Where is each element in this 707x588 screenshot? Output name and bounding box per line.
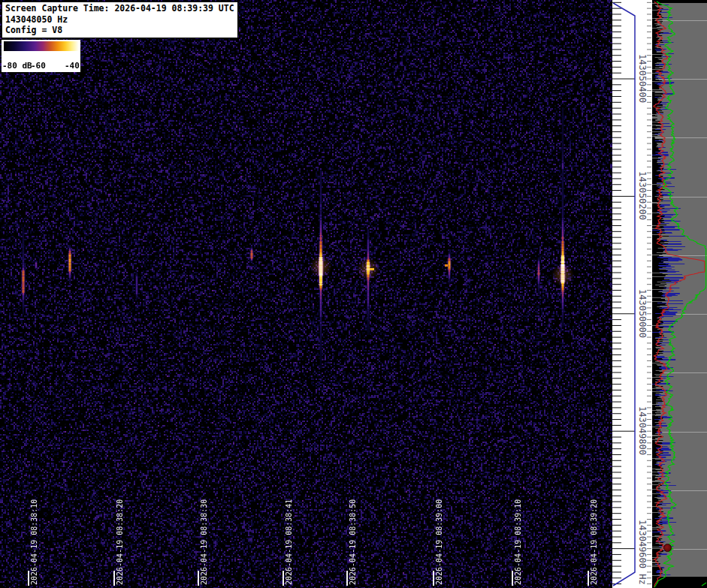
colorbar-label-mid: -60 [31, 61, 46, 71]
frequency-axis-label: 143050200 [637, 171, 648, 220]
time-axis-label: 2026-04-19 08:39:20 [590, 499, 598, 585]
capture-time-text: Screen Capture Time: 2026-04-19 08:39:39… [5, 3, 234, 14]
time-axis-tick [346, 571, 348, 586]
time-axis-tick [512, 571, 513, 586]
colorbar-ticks [2, 51, 80, 60]
frequency-axis-label: 143049600 Hz [637, 520, 648, 585]
time-axis-label: 2026-04-19 08:38:10 [30, 499, 38, 585]
spectrum-panel [652, 0, 707, 588]
time-axis-tick [282, 571, 284, 586]
spectrum-marker-dot [663, 544, 672, 552]
capture-info-box: Screen Capture Time: 2026-04-19 08:39:39… [2, 2, 238, 38]
frequency-axis-label: 143049800 [637, 406, 648, 455]
time-axis-tick [198, 571, 199, 586]
frequency-axis-label: 143050400 [637, 54, 648, 103]
colorbar-gradient [4, 41, 79, 51]
time-axis-label: 2026-04-19 08:39:10 [514, 499, 522, 585]
time-axis-tick [588, 571, 589, 586]
time-axis-label: 2026-04-19 08:38:41 [285, 499, 293, 585]
colorbar-label-max: -40 [65, 61, 80, 71]
time-axis-label: 2026-04-19 08:38:50 [349, 499, 357, 585]
frequency-axis-label: 143050000 [637, 289, 648, 338]
config-text: Config = V8 [5, 25, 62, 35]
time-axis-tick [433, 571, 434, 586]
time-axis-tick [113, 571, 115, 586]
time-axis-tick [28, 571, 29, 586]
time-axis-label: 2026-04-19 08:38:30 [200, 499, 208, 585]
colorbar-label-min: -80 dB [2, 61, 32, 71]
time-axis-label: 2026-04-19 08:39:00 [435, 499, 443, 585]
frequency-ruler: 1430504001430502001430500001430498001430… [612, 0, 652, 588]
center-frequency-text: 143048050 Hz [5, 14, 68, 25]
time-axis-label: 2026-04-19 08:38:20 [116, 499, 124, 585]
colorbar-legend: -80 dB -60 -40 [2, 40, 80, 72]
screen-capture: 1430504001430502001430500001430498001430… [0, 0, 707, 588]
